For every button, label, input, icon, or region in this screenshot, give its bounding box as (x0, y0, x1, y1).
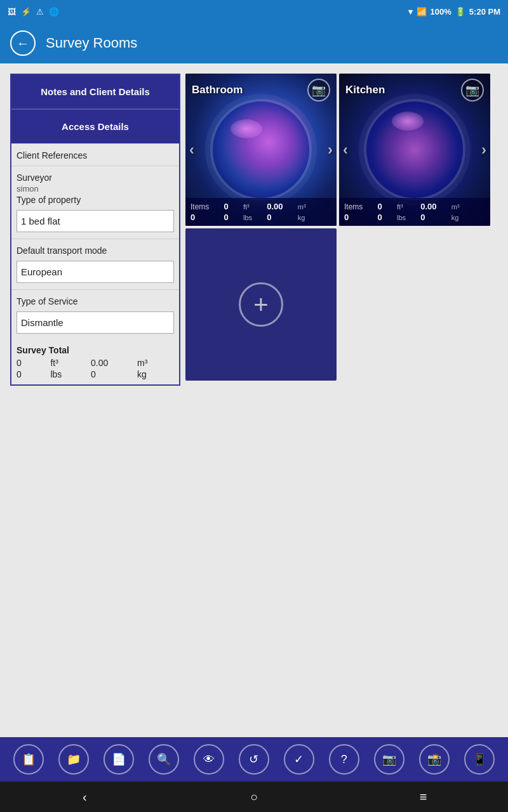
type-of-property-input[interactable] (17, 210, 174, 232)
camera-icon: 📷 (382, 752, 396, 766)
surveyor-section: Surveyor simon Type of property (11, 166, 179, 239)
toolbar-camera2-button[interactable]: 📸 (419, 744, 450, 775)
add-room-icon: + (239, 282, 283, 327)
kg-unit-kitchen: kg (451, 214, 471, 221)
notes-client-details-button[interactable]: Notes and Client Details (11, 75, 179, 110)
folder-icon: 📁 (67, 752, 81, 766)
room-name-bathroom: Bathroom (192, 84, 243, 96)
status-info-right: ▾ 📶 100% 🔋 5:20 PM (408, 7, 500, 16)
toolbar-clipboard-button[interactable]: 📋 (13, 744, 44, 775)
wifi-icon: ▾ (408, 7, 413, 16)
survey-total-label: Survey Total (17, 345, 174, 355)
room-card-bathroom[interactable]: Bathroom 📷 ‹ › Items 0 ft³ 0.00 m³ 0 0 l… (185, 74, 337, 226)
lbs-val-kitchen: 0 (378, 213, 393, 222)
toolbar-file-button[interactable]: 📄 (104, 744, 134, 775)
items-label-bathroom: Items (190, 202, 220, 211)
items-count-kitchen: 0 (344, 213, 374, 222)
default-transport-label: Default transport mode (17, 246, 174, 256)
nav-menu-button[interactable]: ≡ (404, 784, 443, 809)
status-bar: 🖼 ⚡ ⚠ 🌐 ▾ 📶 100% 🔋 5:20 PM (0, 0, 508, 23)
back-arrow-icon: ← (17, 36, 29, 51)
room-card-kitchen[interactable]: Kitchen 📷 ‹ › Items 0 ft³ 0.00 m³ 0 0 lb… (339, 74, 490, 226)
type-of-service-label: Type of Service (17, 296, 174, 306)
total-ft3-unit: ft³ (50, 358, 88, 368)
items-val-kitchen: 0 (378, 202, 393, 211)
total-kg-unit: kg (137, 369, 174, 379)
m3-val-kitchen: 0.00 (420, 202, 448, 211)
toolbar-refresh-button[interactable]: ↺ (239, 744, 269, 775)
nav-right-bathroom[interactable]: › (328, 141, 333, 159)
room-overlay-top-bathroom: Bathroom 📷 (185, 74, 337, 107)
globe-icon: 🌐 (49, 7, 59, 16)
signal-icon: 📶 (417, 7, 427, 16)
type-of-property-label: Type of property (17, 195, 174, 205)
toolbar-folder-button[interactable]: 📁 (58, 744, 89, 775)
toolbar-check-button[interactable]: ✓ (284, 744, 314, 775)
add-room-card[interactable]: + (185, 228, 337, 381)
nav-left-bathroom[interactable]: ‹ (189, 141, 194, 159)
toolbar-eye-button[interactable]: 👁 (194, 744, 224, 775)
total-lbs-val: 0 (91, 369, 135, 379)
nav-home-icon: ○ (250, 790, 258, 804)
camera2-icon: 📸 (427, 752, 441, 766)
clipboard-icon: 📋 (22, 752, 36, 766)
room-overlay-top-kitchen: Kitchen 📷 (339, 74, 490, 107)
lbs-unit-bathroom: lbs (243, 214, 263, 221)
nav-bar: ‹ ○ ≡ (0, 782, 508, 812)
transport-mode-section: Default transport mode (11, 239, 179, 289)
default-transport-input[interactable] (17, 261, 174, 283)
access-details-button[interactable]: Access Details (11, 110, 179, 143)
surveyor-value: simon (17, 184, 174, 193)
camera-icon-kitchen[interactable]: 📷 (461, 79, 484, 102)
warning-icon: ⚠ (36, 7, 44, 16)
image-icon: 🖼 (8, 7, 16, 16)
m3-unit-kitchen: m³ (451, 203, 471, 211)
items-count-bathroom: 0 (190, 213, 220, 222)
time-display: 5:20 PM (469, 7, 500, 16)
m3-val-bathroom: 0.00 (267, 202, 294, 211)
surveyor-label: Surveyor (17, 173, 174, 183)
nav-left-kitchen[interactable]: ‹ (343, 141, 348, 159)
back-button[interactable]: ← (10, 30, 36, 56)
total-m3-unit: m³ (137, 358, 174, 368)
lbs-unit-kitchen: lbs (397, 214, 417, 221)
camera-icon-bathroom[interactable]: 📷 (307, 79, 330, 102)
kg-val-bathroom: 0 (267, 213, 294, 222)
items-label-kitchen: Items (344, 202, 374, 211)
page-title: Survey Rooms (46, 35, 137, 51)
nav-menu-icon: ≡ (420, 790, 427, 804)
type-of-service-input[interactable] (17, 311, 174, 334)
battery-icon: 🔋 (455, 7, 465, 16)
lbs-val-bathroom: 0 (224, 213, 239, 222)
usb-icon: ⚡ (21, 7, 31, 16)
survey-total-grid: 0 ft³ 0.00 m³ 0 lbs 0 kg (17, 358, 174, 379)
file-icon: 📄 (112, 752, 126, 766)
nav-right-kitchen[interactable]: › (481, 141, 486, 159)
check-icon: ✓ (294, 752, 304, 766)
tablet-icon: 📱 (472, 752, 486, 766)
nav-back-button[interactable]: ‹ (65, 784, 104, 809)
header: ← Survey Rooms (0, 23, 508, 63)
nav-back-icon: ‹ (83, 790, 87, 804)
items-val-bathroom: 0 (224, 202, 239, 211)
nav-home-button[interactable]: ○ (235, 784, 273, 809)
question-icon: ? (341, 753, 347, 766)
toolbar-help-button[interactable]: ? (329, 744, 359, 775)
total-items-val-1: 0 (17, 358, 48, 368)
ft3-unit-kitchen: ft³ (397, 203, 417, 211)
room-name-kitchen: Kitchen (345, 84, 385, 96)
kg-val-kitchen: 0 (420, 213, 448, 222)
status-icons-left: 🖼 ⚡ ⚠ 🌐 (8, 7, 59, 16)
room-grid-area: Bathroom 📷 ‹ › Items 0 ft³ 0.00 m³ 0 0 l… (180, 74, 498, 381)
room-stats-bathroom: Items 0 ft³ 0.00 m³ 0 0 lbs 0 kg (185, 198, 337, 226)
m3-unit-bathroom: m³ (298, 203, 317, 211)
total-ft3-val: 0.00 (91, 358, 135, 368)
sidebar: Notes and Client Details Access Details … (10, 74, 180, 386)
toolbar-tablet-button[interactable]: 📱 (464, 744, 495, 775)
total-items-val-2: 0 (17, 369, 48, 379)
client-references-label: Client References (17, 150, 174, 160)
toolbar-search-list-button[interactable]: 🔍 (149, 744, 179, 775)
toolbar-camera-button[interactable]: 📷 (374, 744, 404, 775)
room-stats-kitchen: Items 0 ft³ 0.00 m³ 0 0 lbs 0 kg (339, 198, 490, 226)
client-references-section: Client References (11, 143, 179, 166)
